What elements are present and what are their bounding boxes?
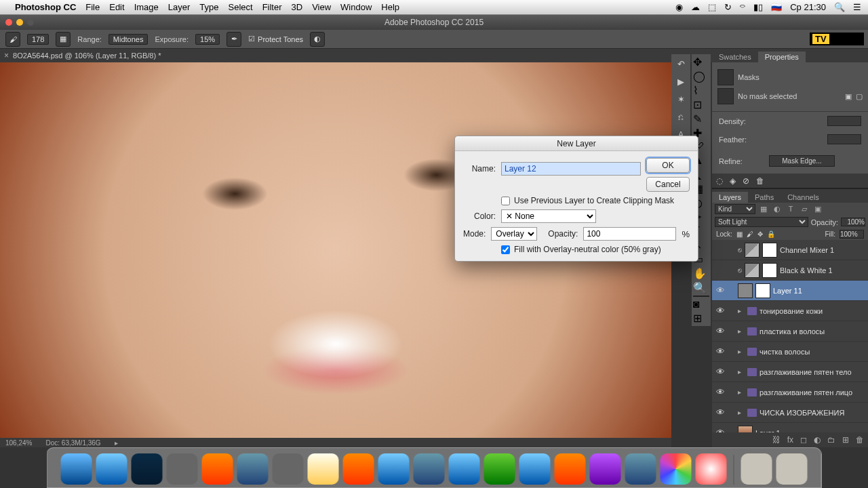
menu-help[interactable]: Help [381,2,399,12]
ok-button[interactable]: OK [646,158,690,173]
brush-panel-icon[interactable]: ▦ [56,32,71,47]
fg-bg-icon[interactable] [693,296,709,297]
layer-row[interactable]: 👁▸пластика и волосы [712,321,868,342]
lock-trans-icon[interactable]: ▦ [736,230,743,238]
name-input[interactable] [501,162,641,176]
layer-row[interactable]: 👁▸чистка волосы [712,342,868,362]
group-icon[interactable]: 🗀 [827,435,835,445]
expand-icon[interactable]: ▸ [738,348,745,355]
filter-shape-icon[interactable]: ▱ [799,205,810,214]
brush-icon[interactable]: ✶ [673,91,689,107]
sync-icon[interactable]: ↻ [724,2,732,12]
clipping-mask-checkbox[interactable]: Use Previous Layer to Create Clipping Ma… [501,196,690,205]
disable-mask-icon[interactable]: ⊘ [743,176,749,186]
status-arrow-icon[interactable]: ▸ [115,439,118,447]
add-vector-mask-icon[interactable]: ▢ [856,92,863,101]
screen-icon[interactable]: ⊞ [693,312,709,325]
visibility-icon[interactable]: 👁 [715,367,726,377]
dock-vlc-icon[interactable] [202,453,233,485]
link-icon[interactable]: ⛓ [772,435,781,445]
menu-select[interactable]: Select [228,2,252,12]
delete-icon[interactable]: 🗑 [856,435,864,445]
layer-name[interactable]: Layer 11 [773,287,802,295]
dock-skype-icon[interactable] [378,453,410,485]
tab-paths[interactable]: Paths [748,191,781,203]
dock-launchpad-icon[interactable] [273,453,304,485]
fill-input[interactable] [840,230,864,239]
marquee-icon[interactable]: ◯ [693,70,709,83]
layer-name[interactable]: тонирование кожи [760,307,823,315]
layer-row[interactable]: 👁▸ЧИСКА ИЗОБРАЖЕНИЯ [712,403,868,423]
color-select[interactable]: ✕ None [501,209,596,223]
crop-icon[interactable]: ⊡ [693,98,709,111]
expand-icon[interactable]: ▸ [738,307,745,314]
opacity-input[interactable] [841,218,865,226]
airbrush-icon[interactable]: ✒ [226,32,241,47]
new-icon[interactable]: ⊞ [842,435,849,445]
dock-photos-icon[interactable] [660,453,692,485]
dock-utorrent-icon[interactable] [484,453,515,485]
quickmask-icon[interactable]: ◙ [693,298,709,310]
feather-input[interactable] [827,134,861,144]
filter-smart-icon[interactable]: ▣ [812,205,823,214]
document-tab[interactable]: 8O2A5644.psd @ 106% (Layer 11, RGB/8) * [13,52,161,60]
battery-icon[interactable]: ▮▯ [753,2,763,12]
visibility-icon[interactable]: 👁 [715,407,726,418]
density-input[interactable] [827,116,861,126]
visibility-icon[interactable]: 👁 [715,285,726,296]
dock-safari-icon[interactable] [96,453,127,485]
layer-row[interactable]: 👁Layer 1 [712,423,868,432]
mode-select[interactable]: Overlay [491,227,537,241]
lasso-icon[interactable]: ⌇ [693,84,709,97]
protect-tones-checkbox[interactable]: ☑Protect Tones [248,35,303,43]
visibility-icon[interactable]: 👁 [715,428,726,432]
layer-name[interactable]: разглаживание пятен тело [760,368,852,376]
expand-icon[interactable]: ▸ [738,368,745,375]
tab-properties[interactable]: Properties [758,51,806,62]
clock[interactable]: Ср 21:30 [790,2,826,12]
fill-neutral-checkbox[interactable]: Fill with Overlay-neutral color (50% gra… [501,245,690,254]
dock-itunes-icon[interactable] [696,453,727,485]
filter-adj-icon[interactable]: ◐ [772,205,783,214]
add-pixel-mask-icon[interactable]: ▣ [845,92,852,101]
blend-mode-select[interactable]: Soft Light [715,217,808,227]
move-icon[interactable]: ✥ [693,56,709,68]
dlg-opacity-input[interactable] [583,227,676,241]
layer-row[interactable]: 👁▸разглаживание пятен тело [712,362,868,382]
zoom-icon[interactable]: 🔍 [693,281,709,294]
layer-row[interactable]: ⎋Channel Mixer 1 [712,240,868,260]
lock-all-icon[interactable]: 🔒 [767,230,775,238]
eyedrop-icon[interactable]: ✎ [693,113,709,125]
menu-filter[interactable]: Filter [262,2,282,12]
cloud-icon[interactable]: ☁ [691,2,700,12]
layer-name[interactable]: Black & White 1 [780,266,833,274]
menu-image[interactable]: Image [134,2,159,12]
brush-size-input[interactable]: 178 [27,34,49,45]
flag-icon[interactable]: 🇷🇺 [771,2,782,12]
dock-finder-icon[interactable] [61,453,92,485]
traffic-lights[interactable] [0,19,34,26]
dock-imovie-icon[interactable] [590,453,621,485]
layer-name[interactable]: разглаживание пятен лицо [760,388,852,396]
expand-icon[interactable]: ▸ [738,409,745,416]
range-select[interactable]: Midtones [108,34,149,45]
layer-row[interactable]: 👁▸тонирование кожи [712,301,868,321]
dock-garageband-icon[interactable] [555,453,586,485]
mask-icon[interactable]: ◻ [800,435,807,445]
visibility-icon[interactable]: 👁 [715,346,726,357]
layer-name[interactable]: чистка волосы [760,348,810,356]
expand-icon[interactable]: ▸ [738,327,745,335]
filter-kind-select[interactable]: Kind [715,204,755,214]
hand-icon[interactable]: ✋ [693,267,709,280]
spotlight-icon[interactable]: 🔍 [834,2,845,12]
apply-mask-icon[interactable]: ◈ [730,176,736,186]
trash-icon[interactable]: 🗑 [756,176,764,186]
dock-notes-icon[interactable] [308,453,339,485]
lock-pos-icon[interactable]: ✥ [757,230,763,238]
play-icon[interactable]: ▶ [673,73,689,89]
cancel-button[interactable]: Cancel [646,177,690,192]
fx-icon[interactable]: fx [787,435,793,445]
adj-icon[interactable]: ◐ [814,435,821,445]
dock-preview-icon[interactable] [625,453,656,485]
wifi-icon[interactable]: ⌔ [740,2,745,12]
